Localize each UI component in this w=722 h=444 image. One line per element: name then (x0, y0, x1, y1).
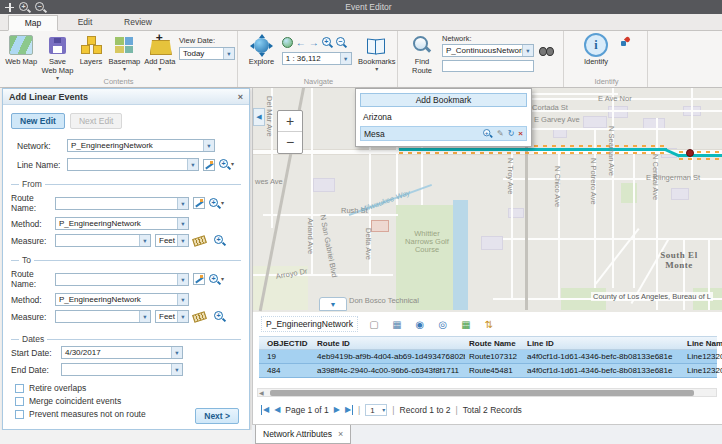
previous-page-button[interactable]: ◀ (274, 405, 280, 415)
from-route-zoom-menu[interactable]: + ▾ (209, 198, 224, 209)
from-measure-zoom-icon[interactable]: + (214, 235, 225, 246)
next-edit-button[interactable]: Next Edit (70, 113, 123, 129)
attribute-table-icon[interactable]: ▦ (390, 317, 404, 331)
checkbox[interactable] (15, 384, 24, 393)
to-measure-unit-select[interactable]: Feet (155, 310, 189, 323)
save-web-map-icon (45, 34, 69, 56)
zoom-in-tool-icon[interactable]: + (322, 37, 333, 48)
map-zoom-in-button[interactable]: + (278, 111, 302, 132)
save-web-map-button[interactable]: Save Web Map ▾ (41, 34, 73, 81)
measure-ruler-icon[interactable] (192, 311, 207, 323)
new-edit-button[interactable]: New Edit (11, 113, 65, 129)
column-header[interactable]: Route Name (465, 337, 523, 349)
column-header[interactable]: Line Name (683, 337, 722, 349)
web-map-button[interactable]: Web Map (4, 34, 38, 81)
pin-icon[interactable] (620, 37, 631, 48)
line-zoom-menu[interactable]: + ▾ (219, 159, 234, 170)
next-extent-icon[interactable]: → (309, 37, 319, 48)
scroll-left-icon[interactable]: ◀ (259, 389, 264, 397)
column-header[interactable]: Line ID (523, 337, 683, 349)
add-data-button[interactable]: + Add Data ▾ (144, 34, 176, 81)
first-page-button[interactable]: ◀ (261, 405, 269, 415)
collapse-panel-button[interactable]: ◀ (253, 108, 265, 126)
from-measure-input[interactable] (55, 234, 151, 247)
tab-review[interactable]: Review (112, 15, 164, 31)
route-point-marker[interactable] (686, 149, 694, 157)
panel-network-select[interactable]: P_EngineeringNetwork (67, 139, 215, 152)
to-measure-zoom-icon[interactable]: + (214, 311, 225, 322)
scrollbar-thumb[interactable] (270, 390, 694, 396)
bookmark-item[interactable]: Arizona (360, 110, 527, 123)
title-zoom-out-icon[interactable]: − (35, 2, 46, 13)
last-page-button[interactable]: ▶ (345, 405, 353, 415)
bookmarks-button[interactable]: Bookmarks ▾ (357, 34, 397, 72)
map-label: Delta Ave (364, 228, 373, 260)
full-extent-icon[interactable] (282, 37, 293, 48)
refresh-bookmark-icon[interactable]: ↻ (508, 129, 515, 138)
network-select[interactable]: P_ContinuousNetwork (442, 44, 534, 57)
title-zoom-in-icon[interactable]: + (19, 2, 30, 13)
next-page-button[interactable]: ▶ (334, 405, 340, 415)
zoom-to-selection-icon[interactable]: ◉ (413, 317, 427, 331)
from-route-name-select[interactable] (55, 197, 189, 210)
network-attributes-tab[interactable]: Network Attributes × (255, 425, 351, 444)
next-button[interactable]: Next > (195, 408, 239, 424)
column-header[interactable]: OBJECTID (259, 337, 313, 349)
switch-attribute-set-icon[interactable]: ▦ (459, 317, 473, 331)
scale-select[interactable]: 1 : 36,112 (282, 52, 352, 65)
add-bookmark-button[interactable]: Add Bookmark (360, 93, 527, 107)
map-building (583, 116, 607, 128)
to-route-zoom-menu[interactable]: + ▾ (209, 274, 224, 285)
from-measure-unit-select[interactable]: Feet (155, 234, 189, 247)
select-route-on-map-icon[interactable] (193, 273, 205, 285)
pan-to-selection-icon[interactable]: ◎ (436, 317, 450, 331)
bookmark-item[interactable]: Mesa+✎↻× (360, 126, 527, 141)
checkbox-label: Prevent measures not on route (29, 409, 146, 419)
table-row[interactable]: 484a398ff4c-2940-4c00-96b6-c6343f8f1711R… (259, 364, 717, 378)
tab-map[interactable]: Map (8, 15, 58, 31)
zoom-out-tool-icon[interactable]: − (336, 37, 347, 48)
from-method-select[interactable]: P_EngineeringNetwork (55, 217, 189, 230)
table-cell: 19 (259, 350, 313, 363)
select-route-on-map-icon[interactable] (193, 197, 205, 209)
tab-edit[interactable]: Edit (62, 15, 108, 31)
map-building (313, 178, 335, 192)
horizontal-scrollbar[interactable]: ◀ (257, 388, 717, 397)
pan-icon[interactable] (5, 3, 14, 12)
tab-close-icon[interactable]: × (338, 429, 343, 439)
from-section-label: From (22, 179, 42, 189)
to-route-name-select[interactable] (55, 273, 189, 286)
checkbox[interactable] (15, 410, 24, 419)
checkbox[interactable] (15, 397, 24, 406)
page-number-select[interactable]: 1 (365, 404, 387, 416)
sort-records-icon[interactable]: ⇅ (482, 317, 496, 331)
end-date-select[interactable] (61, 363, 183, 376)
collapse-map-button[interactable]: ▼ (319, 297, 347, 311)
identify-button[interactable]: i Identify (576, 34, 616, 66)
map-zoom-out-button[interactable]: − (278, 132, 302, 153)
edit-bookmark-icon[interactable]: ✎ (497, 129, 504, 138)
line-name-select[interactable] (67, 158, 199, 171)
chevron-down-icon: ▾ (123, 67, 126, 72)
basemap-button[interactable]: Basemap ▾ (108, 34, 140, 81)
explore-button[interactable]: Explore (246, 34, 277, 72)
start-date-select[interactable]: 4/30/2017 (61, 346, 183, 359)
measure-ruler-icon[interactable] (192, 235, 207, 247)
layer-tab[interactable]: P_EngineeringNetwork (261, 316, 358, 332)
binoculars-icon[interactable] (539, 46, 554, 56)
delete-bookmark-icon[interactable]: × (518, 129, 523, 138)
zoom-to-bookmark-icon[interactable]: + (483, 129, 492, 138)
find-route-button[interactable]: Find Route (408, 34, 436, 75)
view-date-select[interactable]: Today (179, 47, 235, 60)
table-row[interactable]: 194eb9419b-af9b-4d04-ab69-1d493476802bRo… (259, 350, 717, 364)
chevron-down-icon: ▾ (231, 162, 234, 167)
select-records-icon[interactable]: ▢ (367, 317, 381, 331)
to-method-select[interactable]: P_EngineeringNetwork (55, 293, 189, 306)
layers-button[interactable]: Layers (77, 34, 106, 81)
column-header[interactable]: Route ID (313, 337, 465, 349)
select-line-on-map-icon[interactable] (203, 159, 215, 171)
close-icon[interactable]: × (238, 92, 243, 102)
previous-extent-icon[interactable]: ← (296, 37, 306, 48)
route-input[interactable] (442, 60, 534, 72)
to-measure-input[interactable] (55, 310, 151, 323)
